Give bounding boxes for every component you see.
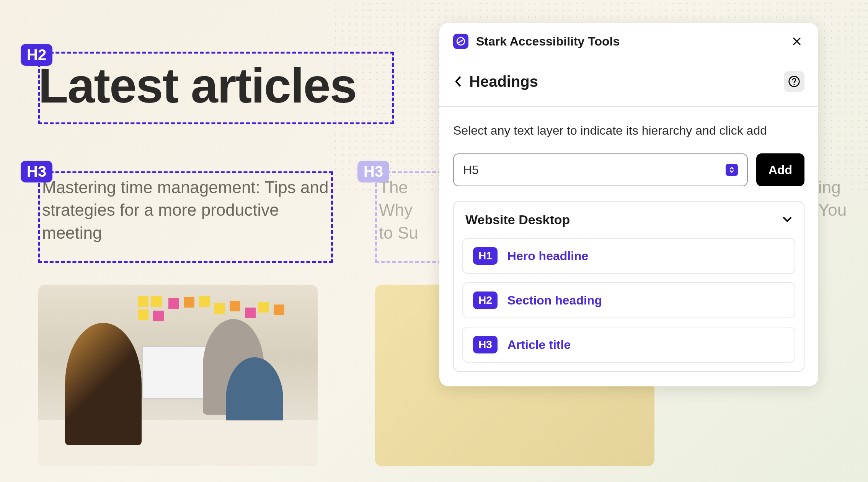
article-title-2-left: The Why to Su [379,176,432,244]
hierarchy-item-label: Article title [507,338,571,352]
hierarchy-item[interactable]: H1 Hero headline [462,238,795,274]
hierarchy-item-badge: H2 [473,291,498,309]
h3-badge-2: H3 [357,161,389,182]
panel-header: Stark Accessibility Tools [439,23,818,60]
chevron-left-icon [454,76,461,87]
panel-title: Stark Accessibility Tools [476,34,782,49]
h3-badge: H3 [21,161,52,182]
hierarchy-item-label: Section heading [507,293,602,308]
close-button[interactable] [789,34,804,49]
select-stepper-icon [726,164,738,176]
article-image-1 [38,285,318,466]
panel-body: Select any text layer to indicate its hi… [439,107,818,386]
section-heading-text: Latest articles [38,57,356,114]
back-button[interactable] [453,75,462,88]
help-icon [788,75,800,88]
hierarchy-item-badge: H3 [473,336,498,353]
instruction-text: Select any text layer to indicate its hi… [453,121,804,140]
article-title-2-right: ing You [818,176,864,221]
chevron-down-icon [782,216,792,224]
hierarchy-level-select[interactable]: H5 [453,153,748,186]
hierarchy-item-badge: H1 [473,247,498,265]
close-icon [791,36,802,47]
stark-logo-icon [453,34,468,49]
hierarchy-section-title: Website Desktop [465,212,782,227]
hierarchy-section-header[interactable]: Website Desktop [454,202,804,238]
hierarchy-section: Website Desktop H1 Hero headline H2 Sect… [453,201,804,372]
select-value: H5 [463,163,726,177]
article-title-1: Mastering time management: Tips and stra… [42,176,333,244]
accessibility-panel: Stark Accessibility Tools Headings Selec… [439,23,818,386]
panel-subheader: Headings [439,60,818,107]
help-button[interactable] [784,71,804,92]
subheader-title: Headings [469,73,777,90]
svg-point-2 [793,84,795,85]
hierarchy-list: H1 Hero headline H2 Section heading H3 A… [454,238,804,371]
add-button[interactable]: Add [756,153,804,186]
h2-badge: H2 [21,44,52,66]
hierarchy-select-row: H5 Add [453,153,804,186]
hierarchy-item[interactable]: H3 Article title [462,327,795,363]
hierarchy-item[interactable]: H2 Section heading [462,282,795,318]
hierarchy-item-label: Hero headline [507,249,589,263]
